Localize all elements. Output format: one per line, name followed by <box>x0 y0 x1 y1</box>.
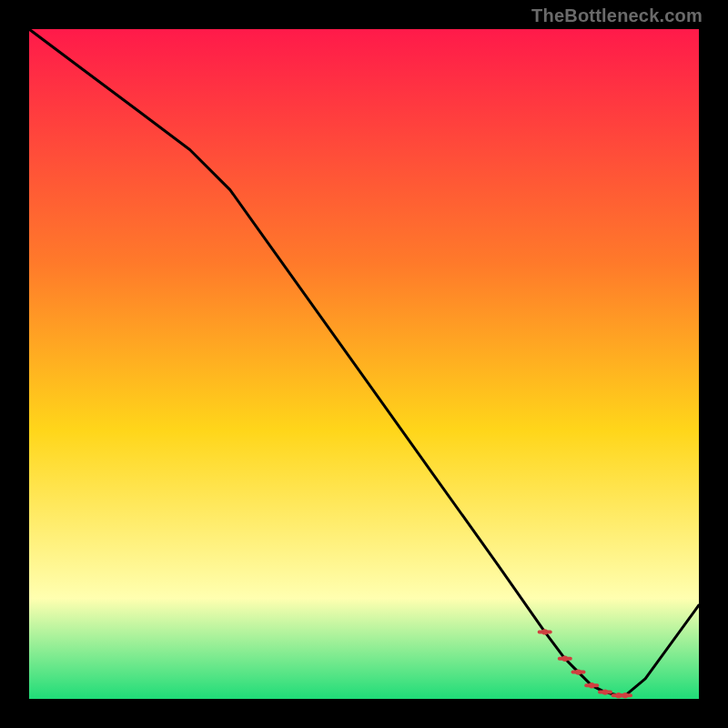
anomaly-dot <box>589 682 594 688</box>
chart-gradient-background <box>29 29 699 699</box>
anomaly-dot <box>575 669 581 674</box>
anomaly-dot <box>602 689 608 694</box>
anomaly-dot <box>562 656 568 662</box>
watermark-text: TheBottleneck.com <box>531 5 703 26</box>
chart-svg <box>29 29 699 699</box>
chart-page: TheBottleneck.com <box>0 0 728 728</box>
chart-plot-area <box>29 29 699 699</box>
anomaly-dot <box>542 629 548 634</box>
anomaly-dot <box>622 693 628 698</box>
